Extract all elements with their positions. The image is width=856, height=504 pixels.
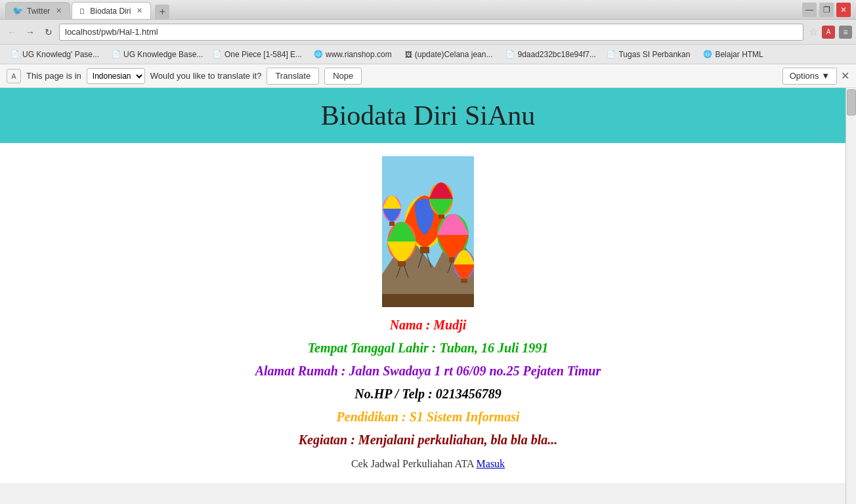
translate-icon: A: [7, 69, 21, 83]
page-title: Biodata Diri SiAnu: [0, 100, 856, 131]
page-body: Nama : Mudji Tempat Tanggal Lahir : Tuba…: [0, 143, 856, 483]
nope-button[interactable]: Nope: [324, 68, 362, 85]
bio-info: Nama : Mudji Tempat Tanggal Lahir : Tuba…: [255, 318, 601, 470]
bio-name: Nama : Mudji: [255, 318, 601, 333]
svg-rect-8: [398, 261, 406, 266]
address-text: localhost/pwb/Hal-1.html: [65, 27, 158, 37]
svg-rect-18: [439, 215, 444, 219]
scrollbar-thumb[interactable]: [847, 89, 856, 116]
tab-twitter[interactable]: 🐦 Twitter ✕: [5, 2, 70, 19]
window-controls: — ❐ ✕: [802, 3, 851, 17]
bookmark-label-3: www.rianshop.com: [326, 50, 392, 59]
maximize-button[interactable]: ❐: [819, 3, 834, 17]
profile-image: [382, 156, 474, 307]
bookmark-icon-4: 🖼: [405, 51, 412, 58]
bookmark-label-6: Tugas SI Perbankan: [618, 50, 690, 59]
svg-rect-4: [420, 247, 429, 253]
bookmark-0[interactable]: 📄 UG Knowledg' Pase...: [5, 49, 104, 60]
bio-link-container: Cek Jadwal Perkuliahan ATA Masuk: [255, 458, 601, 470]
bookmark-5[interactable]: 📄 9daad232bc18e94f7...: [500, 49, 599, 60]
extension-icon-1[interactable]: A: [822, 26, 835, 39]
minimize-button[interactable]: —: [802, 3, 817, 17]
language-select[interactable]: Indonesian: [87, 68, 145, 84]
bookmark-icon-1: 📄: [112, 50, 121, 58]
extension-icon-2[interactable]: ≡: [839, 26, 852, 39]
scrollbar[interactable]: [845, 88, 856, 483]
tab-twitter-label: Twitter: [27, 7, 50, 16]
bookmark-label-7: Belajar HTML: [715, 50, 763, 59]
bookmark-label-0: UG Knowledg' Pase...: [22, 50, 99, 59]
options-label: Options: [790, 71, 819, 81]
close-translation-bar[interactable]: ✕: [841, 70, 849, 82]
bookmark-2[interactable]: 📄 One Piece [1-584] E...: [207, 49, 306, 60]
bookmark-label-5: 9daad232bc18e94f7...: [517, 50, 595, 59]
bookmarks-bar: 📄 UG Knowledg' Pase... 📄 UG Knowledge Ba…: [0, 45, 856, 64]
svg-rect-21: [382, 294, 474, 307]
bio-activity: Kegiatan : Menjalani perkuliahan, bla bl…: [255, 432, 601, 448]
tab-twitter-close[interactable]: ✕: [54, 7, 63, 16]
bookmark-label-4: (update)Celana jean...: [415, 50, 493, 59]
refresh-button[interactable]: ↻: [41, 24, 56, 40]
bookmark-icon-0: 📄: [11, 50, 20, 58]
title-bar: 🐦 Twitter ✕ 🗋 Biodata Diri ✕ + — ❐ ✕: [0, 0, 856, 20]
back-button[interactable]: ←: [4, 24, 20, 40]
twitter-icon: 🐦: [12, 6, 23, 16]
forward-button[interactable]: →: [22, 24, 38, 40]
close-button[interactable]: ✕: [836, 3, 851, 17]
bookmark-3[interactable]: 🌐 www.rianshop.com: [309, 49, 397, 60]
translate-button[interactable]: Translate: [267, 68, 319, 85]
bookmark-label-2: One Piece [1-584] E...: [225, 50, 302, 59]
profile-image-container: [382, 156, 474, 307]
bio-link-anchor[interactable]: Masuk: [477, 458, 505, 469]
bookmark-1[interactable]: 📄 UG Knowledge Base...: [106, 49, 205, 60]
tab-biodata[interactable]: 🗋 Biodata Diri ✕: [72, 2, 151, 19]
bio-phone: No.HP / Telp : 0213456789: [255, 387, 601, 402]
page-icon: 🗋: [79, 7, 86, 15]
translation-bar-right: Options ▼ ✕: [782, 68, 849, 85]
address-bar[interactable]: localhost/pwb/Hal-1.html: [59, 24, 803, 41]
bookmark-label-1: UG Knowledge Base...: [123, 50, 203, 59]
tab-bar: 🐦 Twitter ✕ 🗋 Biodata Diri ✕ +: [5, 0, 169, 19]
bio-link-text: Cek Jadwal Perkuliahan ATA: [351, 458, 474, 469]
new-tab-button[interactable]: +: [155, 5, 169, 19]
bookmark-7[interactable]: 🌐 Belajar HTML: [698, 49, 768, 60]
svg-rect-16: [389, 222, 395, 226]
bookmark-icon-5: 📄: [505, 50, 515, 58]
translation-bar: A This page is in Indonesian Would you l…: [0, 64, 856, 88]
bookmark-star[interactable]: ☆: [809, 26, 818, 38]
bookmark-icon-6: 📄: [607, 50, 616, 58]
bookmark-4[interactable]: 🖼 (update)Celana jean...: [400, 49, 498, 60]
translate-question: Would you like to translate it?: [150, 71, 262, 81]
browser-chrome: 🐦 Twitter ✕ 🗋 Biodata Diri ✕ + — ❐ ✕ ← →…: [0, 0, 856, 483]
bio-address: Alamat Rumah : Jalan Swadaya 1 rt 06/09 …: [255, 364, 601, 379]
tab-biodata-label: Biodata Diri: [90, 7, 131, 16]
page-content: Biodata Diri SiAnu: [0, 88, 856, 483]
svg-rect-20: [461, 279, 467, 283]
bio-birthdate: Tempat Tanggal Lahir : Tuban, 16 Juli 19…: [255, 341, 601, 356]
bookmark-icon-7: 🌐: [703, 50, 712, 58]
bookmark-icon-2: 📄: [213, 50, 222, 58]
page-is-in-text: This page is in: [26, 71, 81, 81]
page-header: Biodata Diri SiAnu: [0, 88, 856, 143]
bookmark-icon-3: 🌐: [314, 50, 323, 58]
tab-biodata-close[interactable]: ✕: [135, 7, 144, 16]
bio-education: Pendidikan : S1 Sistem Informasi: [255, 410, 601, 425]
bookmark-6[interactable]: 📄 Tugas SI Perbankan: [601, 49, 695, 60]
address-bar-row: ← → ↻ localhost/pwb/Hal-1.html ☆ A ≡: [0, 20, 856, 45]
options-button[interactable]: Options ▼: [782, 68, 837, 85]
